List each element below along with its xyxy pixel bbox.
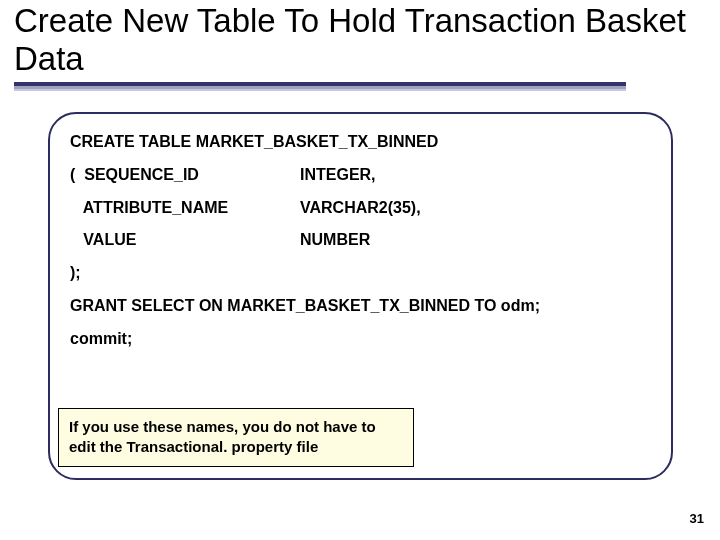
note-text: If you use these names, you do not have … xyxy=(69,418,376,455)
sql-col-type: VARCHAR2(35), xyxy=(300,196,651,221)
slide-title: Create New Table To Hold Transaction Bas… xyxy=(14,2,700,78)
sql-commit: commit; xyxy=(70,327,651,352)
sql-col-name: ATTRIBUTE_NAME xyxy=(70,196,300,221)
sql-col-type: NUMBER xyxy=(300,228,651,253)
sql-col-name: VALUE xyxy=(70,228,300,253)
title-underline xyxy=(14,82,626,91)
title-text: Create New Table To Hold Transaction Bas… xyxy=(14,2,686,77)
sql-grant: GRANT SELECT ON MARKET_BASKET_TX_BINNED … xyxy=(70,294,651,319)
slide: Create New Table To Hold Transaction Bas… xyxy=(0,0,720,540)
sql-close: ); xyxy=(70,261,651,286)
sql-col-row: ( SEQUENCE_ID INTEGER, xyxy=(70,163,651,188)
sql-col-row: ATTRIBUTE_NAME VARCHAR2(35), xyxy=(70,196,651,221)
sql-col-type: INTEGER, xyxy=(300,163,651,188)
note-box: If you use these names, you do not have … xyxy=(58,408,414,467)
page-number: 31 xyxy=(690,511,704,526)
sql-col-name: ( SEQUENCE_ID xyxy=(70,163,300,188)
sql-create: CREATE TABLE MARKET_BASKET_TX_BINNED xyxy=(70,130,651,155)
sql-block: CREATE TABLE MARKET_BASKET_TX_BINNED ( S… xyxy=(70,130,651,352)
sql-col-row: VALUE NUMBER xyxy=(70,228,651,253)
